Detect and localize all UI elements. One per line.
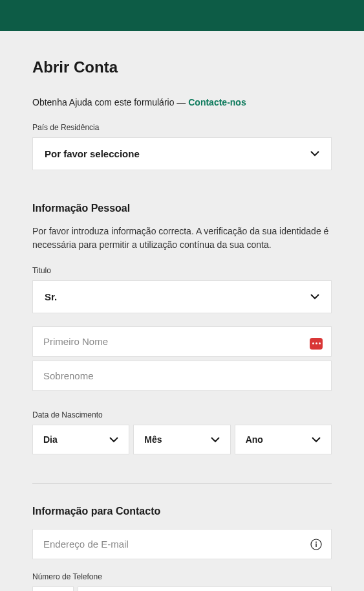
first-name-input[interactable]: [32, 326, 332, 357]
svg-point-1: [316, 541, 317, 542]
app-header: [0, 0, 364, 31]
dob-label: Data de Nascimento: [32, 410, 332, 419]
info-icon[interactable]: [310, 539, 322, 550]
dob-month-value: Mês: [144, 434, 162, 445]
chevron-down-icon: [211, 435, 220, 444]
dob-year-value: Ano: [246, 434, 263, 445]
title-select-value: Sr.: [45, 291, 57, 302]
residence-select[interactable]: Por favor seleccione: [32, 137, 332, 170]
personal-section-desc: Por favor introduza informação correcta.…: [32, 225, 332, 252]
dob-day-select[interactable]: Dia: [32, 425, 129, 454]
phone-input[interactable]: [78, 587, 310, 591]
page-title: Abrir Conta: [32, 58, 332, 76]
dob-month-select[interactable]: Mês: [133, 425, 230, 454]
chevron-down-icon: [312, 435, 321, 444]
email-input[interactable]: [33, 530, 310, 559]
title-select[interactable]: Sr.: [32, 280, 332, 313]
personal-section: Informação Pessoal Por favor introduza i…: [32, 203, 332, 454]
country-code-select[interactable]: +33: [32, 586, 74, 591]
residence-select-value: Por favor seleccione: [45, 148, 140, 159]
contact-section: Informação para Contacto Número de Telef…: [32, 506, 332, 591]
title-label: Titulo: [32, 266, 332, 275]
contact-section-title: Informação para Contacto: [32, 506, 332, 517]
form-content: Abrir Conta Obtenha Ajuda com este formu…: [0, 58, 364, 591]
chevron-down-icon: [310, 150, 319, 159]
personal-section-title: Informação Pessoal: [32, 203, 332, 214]
dob-year-select[interactable]: Ano: [235, 425, 332, 454]
last-name-input[interactable]: [32, 361, 332, 391]
autofill-icon[interactable]: [310, 338, 323, 350]
phone-label: Número de Telefone: [32, 572, 332, 581]
svg-rect-2: [316, 543, 316, 547]
chevron-down-icon: [310, 293, 319, 302]
help-prefix: Obtenha Ajuda com este formulário —: [32, 97, 188, 107]
help-text: Obtenha Ajuda com este formulário — Cont…: [32, 97, 332, 107]
dob-day-value: Dia: [43, 434, 58, 445]
contact-us-link[interactable]: Contacte-nos: [188, 97, 246, 107]
chevron-down-icon: [109, 435, 118, 444]
residence-label: País de Residência: [32, 123, 332, 132]
section-divider: [32, 483, 332, 484]
